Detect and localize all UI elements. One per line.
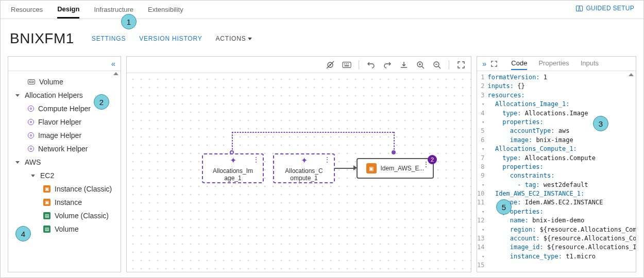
instance-icon: ▣ bbox=[43, 185, 50, 193]
zoom-out-icon[interactable] bbox=[432, 60, 442, 70]
svg-rect-3 bbox=[343, 62, 351, 67]
page-header: BNIXFM1 SETTINGS VERSION HISTORY ACTIONS bbox=[1, 19, 643, 56]
download-icon[interactable] bbox=[399, 60, 409, 70]
connector bbox=[394, 132, 395, 152]
tree-instance-classic[interactable]: ▣ Instance (Classic) bbox=[8, 182, 121, 196]
code-content: formatVersion: 1 inputs: {} resources: A… bbox=[487, 71, 636, 272]
tab-code[interactable]: Code bbox=[511, 57, 527, 70]
chevron-down-icon bbox=[15, 161, 20, 164]
callout-3: 3 bbox=[593, 116, 608, 131]
redo-icon[interactable] bbox=[383, 60, 392, 70]
helper-icon bbox=[28, 106, 34, 112]
instance-icon: ▣ bbox=[366, 163, 377, 173]
helper-icon bbox=[28, 132, 34, 138]
svg-rect-5 bbox=[346, 63, 347, 64]
node-menu-icon[interactable]: ⋮ bbox=[422, 162, 430, 166]
volume-icon: ▤ bbox=[43, 225, 50, 233]
code-panel-head: Code Properties Inputs bbox=[477, 57, 636, 71]
svg-rect-4 bbox=[344, 63, 345, 64]
tree-flavor-helper-label: Flavor Helper bbox=[38, 118, 81, 126]
tree-network-helper-label: Network Helper bbox=[38, 145, 88, 153]
node-label: Idem_AWS_E... bbox=[381, 165, 425, 172]
guided-setup-link[interactable]: GUIDED SETUP bbox=[576, 5, 634, 12]
tab-resources[interactable]: Resources bbox=[11, 2, 43, 18]
svg-line-13 bbox=[438, 66, 440, 68]
volume-icon: ▤ bbox=[43, 212, 50, 219]
separator bbox=[449, 60, 449, 70]
version-history-link[interactable]: VERSION HISTORY bbox=[139, 35, 202, 42]
node-label: ompute_1 bbox=[290, 175, 317, 182]
callout-5: 5 bbox=[496, 199, 512, 215]
callout-2: 2 bbox=[94, 94, 109, 110]
chevron-down-icon bbox=[15, 94, 20, 97]
actions-menu[interactable]: ACTIONS bbox=[216, 35, 252, 42]
callout-1: 1 bbox=[121, 14, 137, 29]
node-idem-aws-ec2[interactable]: 2 ⋮ ▣ Idem_AWS_E... bbox=[357, 158, 434, 179]
tree-ec2-label: EC2 bbox=[40, 171, 54, 180]
palette-head bbox=[8, 57, 121, 71]
tab-inputs[interactable]: Inputs bbox=[581, 57, 599, 70]
tree-image-helper-label: Image Helper bbox=[38, 131, 81, 140]
collapse-left-icon[interactable] bbox=[111, 59, 115, 68]
zoom-in-icon[interactable] bbox=[416, 60, 425, 70]
tree-volume-label: Volume bbox=[39, 78, 63, 86]
tree-image-helper[interactable]: Image Helper bbox=[8, 129, 121, 142]
target-icon[interactable] bbox=[326, 60, 335, 70]
tab-design[interactable]: Design bbox=[57, 1, 79, 19]
node-allocations-compute[interactable]: ⋮ ✦ Allocations_C ompute_1 bbox=[273, 153, 335, 183]
top-tab-bar: Resources Design Infrastructure Extensib… bbox=[1, 1, 643, 19]
connector bbox=[334, 168, 355, 169]
tree-volume2-label: Volume bbox=[55, 225, 79, 233]
undo-icon[interactable] bbox=[366, 60, 376, 70]
tree-compute-helper-label: Compute Helper bbox=[38, 105, 91, 113]
connector-port bbox=[392, 150, 396, 154]
keyboard-icon[interactable] bbox=[342, 60, 351, 70]
tree-flavor-helper[interactable]: Flavor Helper bbox=[8, 115, 121, 129]
tree-volume-classic[interactable]: ▤ Volume (Classic) bbox=[8, 209, 121, 222]
tree-instance-label: Instance bbox=[55, 198, 82, 206]
map-icon bbox=[576, 6, 583, 11]
node-allocations-image[interactable]: ⋮ ✦ Allocations_Im age_1 bbox=[202, 153, 264, 183]
node-menu-icon[interactable]: ⋮ bbox=[252, 158, 260, 162]
svg-line-9 bbox=[422, 66, 424, 68]
design-canvas[interactable]: ⋮ ✦ Allocations_Im age_1 ⋮ ✦ Allocations… bbox=[127, 73, 471, 272]
expand-right-icon[interactable] bbox=[482, 59, 486, 68]
code-panel-tabs: Code Properties Inputs bbox=[511, 57, 599, 70]
node-label: Allocations_C bbox=[285, 167, 323, 175]
scroll-up-icon[interactable] bbox=[629, 73, 634, 76]
tree-instance[interactable]: ▣ Instance bbox=[8, 196, 121, 209]
page-title: BNIXFM1 bbox=[10, 30, 74, 47]
volume-icon bbox=[28, 79, 35, 84]
fullscreen-icon[interactable] bbox=[456, 60, 466, 70]
compute-helper-icon: ✦ bbox=[301, 155, 308, 165]
code-panel: Code Properties Inputs 1 2 3 ▾ 4 ▾ 5 6 ▾… bbox=[477, 56, 636, 272]
helper-icon bbox=[28, 119, 34, 125]
scroll-up-icon[interactable] bbox=[113, 72, 118, 75]
callout-4: 4 bbox=[15, 226, 31, 241]
tree-ec2[interactable]: EC2 bbox=[8, 169, 121, 182]
canvas-toolbar bbox=[127, 57, 471, 73]
tab-extensibility[interactable]: Extensibility bbox=[148, 2, 183, 18]
connector bbox=[232, 132, 233, 152]
fullscreen-icon[interactable] bbox=[489, 59, 499, 68]
svg-rect-7 bbox=[345, 65, 349, 66]
connector bbox=[232, 132, 394, 133]
tree-network-helper[interactable]: Network Helper bbox=[8, 142, 121, 155]
tree-aws[interactable]: AWS bbox=[8, 155, 121, 169]
actions-label: ACTIONS bbox=[216, 35, 246, 42]
instance-icon: ▣ bbox=[43, 199, 50, 206]
tree-volume[interactable]: Volume bbox=[8, 75, 121, 89]
node-label: age_1 bbox=[224, 175, 241, 182]
line-gutter: 1 2 3 ▾ 4 ▾ 5 6 ▾ 7 8 9 ▾ 10 11 ▾ 12 ▾ 1… bbox=[477, 71, 487, 272]
image-helper-icon: ✦ bbox=[230, 155, 236, 165]
tree-instance-classic-label: Instance (Classic) bbox=[55, 185, 112, 193]
settings-link[interactable]: SETTINGS bbox=[92, 35, 126, 42]
tree-volume-classic-label: Volume (Classic) bbox=[55, 212, 109, 220]
node-label: Allocations_Im bbox=[213, 167, 253, 175]
guided-setup-label: GUIDED SETUP bbox=[586, 5, 634, 12]
code-editor[interactable]: 1 2 3 ▾ 4 ▾ 5 6 ▾ 7 8 9 ▾ 10 11 ▾ 12 ▾ 1… bbox=[477, 71, 636, 272]
tree-allocation-helpers-label: Allocation Helpers bbox=[25, 91, 83, 99]
node-menu-icon[interactable]: ⋮ bbox=[324, 158, 331, 162]
separator bbox=[359, 60, 359, 70]
tab-properties[interactable]: Properties bbox=[538, 57, 569, 70]
